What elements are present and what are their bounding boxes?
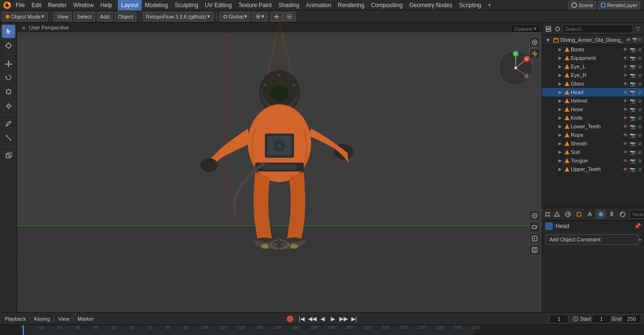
current-frame-input[interactable]	[549, 315, 568, 323]
expand-glass[interactable]: ▶	[557, 80, 563, 87]
render-lower-teeth[interactable]: ⊘	[636, 123, 643, 130]
outliner-item-helmet[interactable]: ▶ Helmet 👁 📷 ⊘	[542, 96, 644, 105]
camera-view-btn[interactable]	[529, 222, 540, 232]
expand-hose[interactable]: ▶	[557, 106, 563, 113]
camera-head[interactable]: 📷	[629, 89, 636, 96]
object-menu[interactable]: Object	[115, 12, 136, 21]
outliner-item-eye-r[interactable]: ▶ Eye_R 👁 📷 ⊘	[542, 71, 644, 79]
workspace-sculpting[interactable]: Sculpting	[172, 0, 202, 10]
properties-search[interactable]	[630, 210, 644, 219]
render-equipment[interactable]: ⊘	[636, 55, 643, 61]
tab-object[interactable]	[574, 210, 584, 219]
render-boots[interactable]: ⊘	[636, 46, 643, 53]
camera-eye-l[interactable]: 📷	[629, 63, 636, 70]
menu-render[interactable]: Render	[45, 0, 70, 10]
visibility-upper-teeth[interactable]: 👁	[622, 166, 629, 172]
render-eye-l[interactable]: ⊘	[636, 63, 643, 70]
workspace-animation[interactable]: Animation	[303, 0, 335, 10]
workspace-texture-paint[interactable]: Texture Paint	[235, 0, 275, 10]
visibility-sheath[interactable]: 👁	[622, 140, 629, 147]
workspace-shading[interactable]: Shading	[275, 0, 303, 10]
start-frame-input[interactable]	[592, 315, 611, 323]
expand-tongue[interactable]: ▶	[557, 157, 563, 164]
zoom-to-fit-btn[interactable]	[529, 211, 540, 221]
expand-equipment[interactable]: ▶	[557, 55, 563, 61]
expand-sheath[interactable]: ▶	[557, 140, 563, 147]
playback-menu[interactable]: Playback	[3, 316, 28, 322]
camera-glass[interactable]: 📷	[629, 80, 636, 87]
scrubber[interactable]: 0 10 20 30 40 50 60 70 80 90 100 110 120…	[0, 325, 644, 335]
workspace-geometry-nodes[interactable]: Geometry Nodes	[406, 0, 456, 10]
play-btn[interactable]: ▶	[328, 314, 338, 324]
outliner-item-upper-teeth[interactable]: ▶ Upper_Teeth 👁 📷 ⊘	[542, 165, 644, 173]
tab-data[interactable]	[606, 210, 617, 219]
visibility-tongue[interactable]: 👁	[622, 157, 629, 164]
workspace-modeling[interactable]: Modeling	[142, 0, 172, 10]
tool-select[interactable]	[2, 25, 15, 38]
proportional-toggle[interactable]	[283, 12, 296, 21]
workspace-rendering[interactable]: Rendering	[335, 0, 367, 10]
visibility-equipment[interactable]: 👁	[622, 55, 629, 61]
view-menu[interactable]: View	[54, 12, 72, 21]
visibility-glass[interactable]: 👁	[622, 80, 629, 87]
transform-selector[interactable]: Global▾	[220, 12, 251, 21]
snapping-toggle[interactable]	[270, 12, 283, 21]
tool-move[interactable]	[2, 57, 15, 70]
visibility-eye-l[interactable]: 👁	[622, 63, 629, 70]
tab-world[interactable]	[563, 210, 573, 219]
render-eye-r[interactable]: ⊘	[636, 72, 643, 78]
expand-upper-teeth[interactable]: ▶	[557, 166, 563, 172]
outliner-search[interactable]	[563, 25, 633, 33]
menu-window[interactable]: Window	[70, 0, 97, 10]
outliner-select-btn[interactable]	[553, 24, 561, 34]
outliner-item-sheath[interactable]: ▶ Sheath 👁 📷 ⊘	[542, 139, 644, 148]
expand-knife[interactable]: ▶	[557, 115, 563, 121]
tool-transform[interactable]	[2, 99, 15, 113]
retopo-menu[interactable]: RetopoFlow 3.2.6 (github)▾	[143, 12, 213, 21]
outliner-item-rope[interactable]: ▶ Rope 👁 📷 ⊘	[542, 131, 644, 139]
visibility-knife[interactable]: 👁	[622, 115, 629, 121]
end-frame-input[interactable]	[622, 315, 641, 323]
view-menu-timeline[interactable]: View	[56, 316, 71, 322]
visibility-rope[interactable]: 👁	[622, 132, 629, 138]
blender-logo[interactable]	[2, 0, 12, 10]
camera-sheath[interactable]: 📷	[629, 140, 636, 147]
tool-measure[interactable]	[2, 131, 15, 144]
outliner-item-equipment[interactable]: ▶ Equipment 👁 📷 ⊘	[542, 54, 644, 62]
expand-boots[interactable]: ▶	[557, 46, 563, 53]
camera-tongue[interactable]: 📷	[629, 157, 636, 164]
camera-boots[interactable]: 📷	[629, 46, 636, 53]
camera-suit[interactable]: 📷	[629, 149, 636, 155]
menu-help[interactable]: Help	[97, 0, 115, 10]
keying-menu[interactable]: Keying	[32, 316, 52, 322]
pivot-selector[interactable]: ▾	[252, 12, 268, 21]
menu-edit[interactable]: Edit	[28, 0, 45, 10]
outliner-item-suit[interactable]: ▶ Suit 👁 📷 ⊘	[542, 148, 644, 156]
outliner-view-btn[interactable]	[544, 24, 552, 34]
properties-pin-btn[interactable]: 📌	[634, 223, 641, 230]
camera-upper-teeth[interactable]: 📷	[629, 166, 636, 172]
viewport-shading-btn[interactable]	[529, 245, 540, 255]
outliner-item-head[interactable]: ▶ Head 👁 📷 ⊘	[542, 88, 644, 96]
scene-collection-expand[interactable]: ▼	[544, 36, 552, 44]
outliner-item-knife[interactable]: ▶ Knife 👁 📷 ⊘	[542, 114, 644, 122]
workspace-uv-editing[interactable]: UV Editing	[202, 0, 235, 10]
render-rope[interactable]: ⊘	[636, 132, 643, 138]
render-tongue[interactable]: ⊘	[636, 157, 643, 164]
mode-selector[interactable]: Object Mode ▾	[2, 12, 48, 21]
viewport[interactable]: ⊕ User Perspective (1) Scene Collection …	[17, 23, 542, 312]
expand-rope[interactable]: ▶	[557, 132, 563, 138]
marker-menu[interactable]: Marker	[76, 316, 96, 322]
expand-suit[interactable]: ▶	[557, 149, 563, 155]
tool-scale[interactable]	[2, 85, 15, 98]
select-menu[interactable]: Select	[74, 12, 95, 21]
prev-keyframe-btn[interactable]: ◀◀	[308, 314, 317, 324]
workspace-scripting[interactable]: Scripting	[456, 0, 485, 10]
outliner-item-boots[interactable]: ▶ Boots 👁 📷 ⊘	[542, 45, 644, 54]
render-upper-teeth[interactable]: ⊘	[636, 166, 643, 172]
add-menu[interactable]: Add	[97, 12, 113, 21]
expand-eye-l[interactable]: ▶	[557, 63, 563, 70]
camera-knife[interactable]: 📷	[629, 115, 636, 121]
expand-helmet[interactable]: ▶	[557, 97, 563, 104]
render-sheath[interactable]: ⊘	[636, 140, 643, 147]
